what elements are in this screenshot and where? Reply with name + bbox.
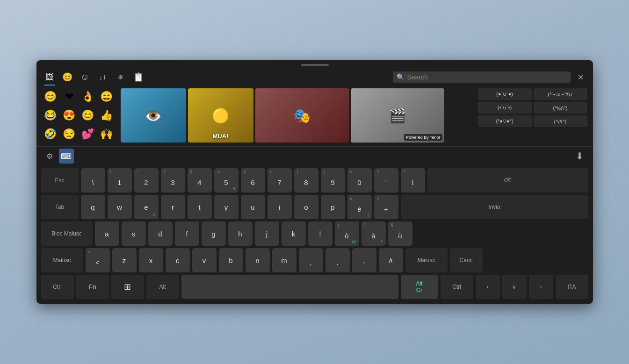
emoji-item[interactable]: 😒 — [61, 126, 78, 143]
left-ctrl-key[interactable]: Ctrl — [41, 275, 74, 299]
language-key[interactable]: ITA — [556, 275, 588, 299]
key-minus[interactable]: _ - — [352, 248, 376, 272]
emoji-item[interactable]: 😊 — [80, 107, 96, 124]
left-shift-key[interactable]: Maiusc — [41, 248, 83, 272]
emoji-item[interactable]: 🙌 — [98, 126, 115, 143]
key-o[interactable]: o — [294, 195, 318, 219]
key-period[interactable]: : . — [325, 248, 350, 272]
key-d[interactable]: d — [148, 221, 173, 246]
key-w[interactable]: w — [108, 195, 132, 219]
key-5[interactable]: % 5 € — [214, 168, 239, 193]
drag-handle[interactable] — [301, 64, 329, 66]
tab-key[interactable]: Tab — [41, 195, 79, 219]
gif-item[interactable]: 🎬 Powered By Tenor — [351, 88, 444, 143]
left-arrow-key[interactable]: ‹ — [476, 275, 500, 299]
key-y[interactable]: y — [214, 195, 239, 219]
left-alt-key[interactable]: Alt — [146, 275, 179, 299]
key-9[interactable]: ) 9 — [321, 168, 345, 193]
right-shift-key[interactable]: Maiusc — [405, 248, 448, 272]
key-lessthan[interactable]: > < — [86, 248, 110, 272]
clipboard-tab-icon[interactable]: 📋 — [131, 70, 146, 85]
key-comma[interactable]: ; , — [299, 248, 323, 272]
key-p[interactable]: p — [321, 195, 345, 219]
key-q[interactable]: q — [81, 195, 105, 219]
symbol-tab-icon[interactable]: ※ — [113, 70, 128, 85]
right-arrow-key[interactable]: › — [529, 275, 553, 299]
emoji-item[interactable]: 👍 — [98, 107, 115, 124]
emoji-item[interactable]: ❤ — [61, 88, 78, 105]
key-e[interactable]: e € — [134, 195, 159, 219]
key-h[interactable]: h — [228, 221, 253, 246]
gif-item[interactable]: 🟡 MUA! — [188, 88, 253, 143]
key-egrave[interactable]: é è [ — [347, 195, 372, 219]
key-2[interactable]: " 2 — [134, 168, 159, 193]
emoji-item[interactable]: 😊 — [42, 88, 59, 105]
key-3[interactable]: £ 3 — [161, 168, 185, 193]
emoji-item[interactable]: 🤣 — [42, 126, 59, 143]
kaomoji-tab-icon[interactable]: ☺ — [78, 70, 93, 85]
key-r[interactable]: r — [161, 195, 185, 219]
enter-key[interactable]: Invio — [401, 195, 588, 219]
windows-key[interactable]: ⊞ — [111, 275, 144, 299]
gif-item[interactable]: 👁️ — [121, 88, 186, 143]
key-g[interactable]: g — [202, 221, 226, 246]
spacebar-key[interactable] — [181, 275, 398, 299]
key-8[interactable]: ( 8 — [294, 168, 318, 193]
kaomoji-button[interactable]: (*●▽●*) — [478, 115, 532, 127]
keyboard-download-button[interactable]: ⬇ — [572, 149, 587, 164]
keyboard-layout-button[interactable]: ⌨ — [59, 149, 74, 164]
emoji-item[interactable]: 👌 — [80, 88, 96, 105]
key-4[interactable]: $ 4 — [188, 168, 212, 193]
key-agrave[interactable]: ° à # — [361, 221, 386, 246]
key-a[interactable]: a — [95, 221, 119, 246]
emoji-item[interactable]: 💕 — [80, 126, 96, 143]
key-m[interactable]: m — [272, 248, 296, 272]
backspace-key[interactable]: ⌫ — [427, 168, 588, 193]
right-ctrl-key[interactable]: Ctrl — [441, 275, 473, 299]
key-igrave[interactable]: ^ ì — [401, 168, 425, 193]
keyboard-settings-button[interactable]: ⚙ — [42, 149, 57, 164]
emoji-item[interactable]: 😂 — [42, 107, 59, 124]
key-v[interactable]: v — [192, 248, 217, 272]
key-x[interactable]: x — [139, 248, 163, 272]
key-ugrave[interactable]: § ù — [388, 221, 412, 246]
kaomoji-button[interactable]: (*´• ω •`#)ﾉ — [534, 88, 587, 100]
key-j[interactable]: j — [255, 221, 279, 246]
emoji-tab-icon[interactable]: 🖼 — [42, 70, 57, 85]
key-u[interactable]: u — [241, 195, 265, 219]
gif-item[interactable]: 🎭 — [255, 88, 349, 143]
emoticon-tab-icon[interactable]: ;) — [95, 70, 110, 85]
backslash-key[interactable]: | \ — [81, 168, 105, 193]
search-input[interactable] — [407, 73, 567, 81]
kaomoji-button[interactable]: (•`∪´•) — [478, 102, 532, 114]
key-1[interactable]: ! 1 — [108, 168, 132, 193]
key-z[interactable]: z — [112, 248, 137, 272]
key-k[interactable]: k — [282, 221, 306, 246]
key-s[interactable]: s — [122, 221, 146, 246]
key-c[interactable]: c — [166, 248, 190, 272]
key-f[interactable]: f — [175, 221, 199, 246]
kaomoji-button[interactable]: (^///^) — [534, 115, 587, 127]
smiley-tab-icon[interactable]: 😊 — [60, 70, 75, 85]
caps-lock-key[interactable]: Bloc Maiusc — [41, 221, 93, 246]
close-button[interactable]: ✕ — [574, 71, 587, 84]
key-0[interactable]: = 0 — [347, 168, 372, 193]
kaomoji-button[interactable]: (°/ω\°) — [534, 102, 587, 114]
kaomoji-button[interactable]: (●`∪´●) — [478, 88, 532, 100]
emoji-item[interactable]: 😍 — [61, 107, 78, 124]
esc-key[interactable]: Esc — [41, 168, 79, 193]
key-i[interactable]: i — [268, 195, 292, 219]
down-arrow-key[interactable]: ∨ — [502, 275, 527, 299]
key-caret[interactable]: ∧ — [379, 248, 403, 272]
fn-key[interactable]: Fn — [76, 275, 109, 299]
key-t[interactable]: t — [188, 195, 212, 219]
key-b[interactable]: b — [219, 248, 243, 272]
key-ograve[interactable]: ç ò @ — [335, 221, 359, 246]
delete-key[interactable]: Canc — [450, 248, 483, 272]
key-6[interactable]: & 6 — [241, 168, 265, 193]
key-l[interactable]: l — [308, 221, 333, 246]
emoji-item[interactable]: 😄 — [98, 88, 115, 105]
key-7[interactable]: / 7 — [268, 168, 292, 193]
key-n[interactable]: n — [246, 248, 270, 272]
altgr-key[interactable]: AltGr — [401, 275, 438, 299]
